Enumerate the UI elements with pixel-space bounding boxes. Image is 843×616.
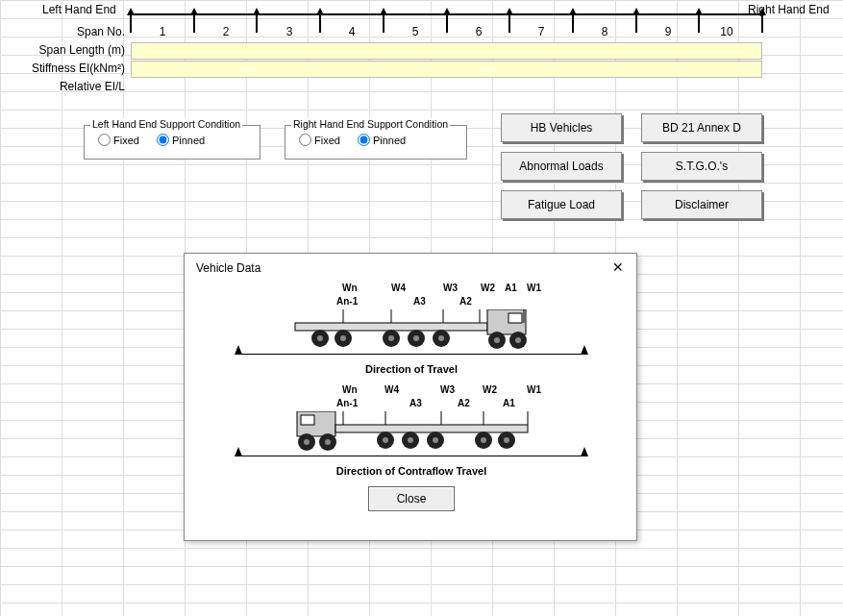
span-number: 10	[712, 25, 741, 38]
axle-spacing-labels-contraflow: An-1 A3 A2 A1	[238, 398, 584, 409]
span-length-label: Span Length (m)	[0, 43, 129, 57]
stiffness-input-row[interactable]	[131, 61, 762, 78]
dialog-body: Wn W4 W3 W2 A1 W1 An-1 A3 A2	[194, 283, 629, 532]
span-number: 9	[654, 25, 682, 38]
truck-left-icon	[262, 411, 560, 452]
left-fixed-radio[interactable]: Fixed	[98, 134, 139, 146]
svg-point-21	[515, 337, 521, 343]
svg-point-13	[388, 335, 394, 341]
right-support-legend: Right Hand End Support Condition	[291, 118, 450, 130]
span-number: 5	[401, 25, 430, 38]
svg-point-35	[383, 437, 388, 443]
close-button[interactable]: Close	[368, 486, 455, 511]
direction-arrow	[238, 354, 584, 373]
svg-point-15	[413, 335, 419, 341]
axle-weight-labels: Wn W4 W3 W2 A1 W1	[238, 283, 584, 296]
left-support-legend: Left Hand End Support Condition	[90, 118, 242, 130]
svg-point-41	[481, 437, 486, 443]
vehicle-data-dialog: Vehicle Data ✕ Wn W4 W3 W2 A1 W1 An-1 A3…	[184, 253, 637, 541]
svg-point-33	[325, 439, 331, 445]
span-number: 4	[337, 25, 366, 38]
direction-arrow-contraflow	[238, 456, 584, 475]
left-support-groupbox: Left Hand End Support Condition Fixed Pi…	[84, 125, 260, 160]
svg-point-11	[340, 335, 346, 341]
svg-point-31	[304, 439, 310, 445]
svg-point-37	[408, 437, 413, 443]
svg-rect-2	[508, 313, 522, 323]
right-pinned-radio[interactable]: Pinned	[358, 134, 406, 146]
svg-point-9	[317, 335, 323, 341]
right-support-groupbox: Right Hand End Support Condition Fixed P…	[285, 125, 467, 160]
svg-rect-24	[335, 425, 528, 432]
right-fixed-radio[interactable]: Fixed	[299, 134, 340, 146]
stgo-button[interactable]: S.T.G.O.'s	[641, 152, 762, 181]
svg-point-19	[494, 337, 500, 343]
svg-point-43	[504, 437, 509, 443]
axle-spacing-labels: An-1 A3 A2	[238, 296, 584, 308]
stiffness-label: Stiffness EI(kNm²)	[0, 62, 129, 75]
left-hand-end-label: Left Hand End	[42, 3, 116, 16]
span-number: 6	[464, 25, 493, 38]
truck-right-icon	[262, 309, 560, 350]
span-length-input-row[interactable]	[131, 42, 762, 60]
span-number: 7	[527, 25, 556, 38]
svg-rect-0	[295, 323, 487, 331]
relative-eil-label: Relative EI/L	[0, 80, 129, 93]
span-number: 3	[275, 25, 304, 38]
dialog-title: Vehicle Data	[196, 261, 260, 275]
close-icon[interactable]: ✕	[609, 259, 627, 277]
hb-vehicles-button[interactable]: HB Vehicles	[501, 113, 622, 142]
svg-rect-23	[301, 415, 314, 425]
fatigue-load-button[interactable]: Fatigue Load	[501, 190, 622, 219]
abnormal-loads-button[interactable]: Abnormal Loads	[501, 152, 622, 181]
span-no-label: Span No.	[0, 25, 129, 38]
disclaimer-button[interactable]: Disclaimer	[641, 190, 762, 219]
span-number: 1	[148, 25, 177, 38]
axle-weight-labels-contraflow: Wn W4 W3 W2 W1	[238, 384, 584, 398]
span-number: 2	[211, 25, 240, 38]
svg-point-39	[433, 437, 438, 443]
svg-point-17	[438, 335, 444, 341]
span-number: 8	[590, 25, 619, 38]
bd21-annex-d-button[interactable]: BD 21 Annex D	[641, 113, 762, 142]
left-pinned-radio[interactable]: Pinned	[157, 134, 205, 146]
